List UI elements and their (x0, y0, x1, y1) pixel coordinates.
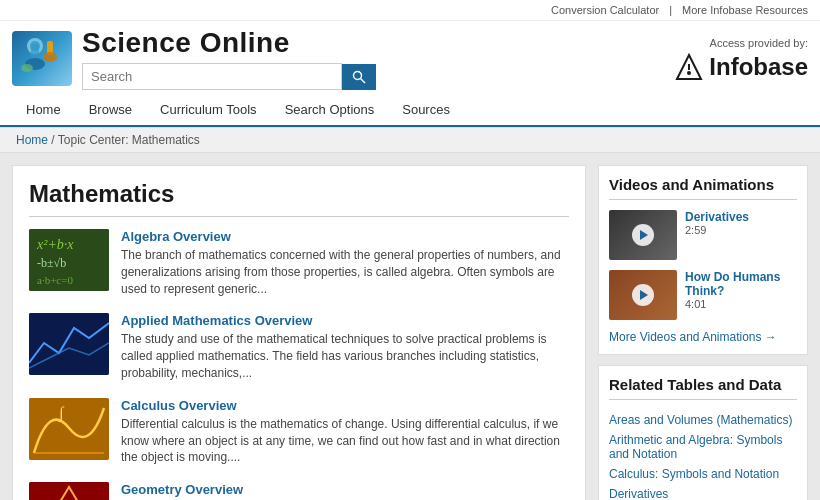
related-link[interactable]: Derivatives (609, 484, 797, 500)
list-item: How Do Humans Think? 4:01 (609, 270, 797, 320)
video-thumbnail[interactable] (609, 210, 677, 260)
article-thumbnail (29, 482, 109, 500)
related-panel: Related Tables and Data Areas and Volume… (598, 365, 808, 500)
svg-rect-20 (29, 482, 109, 500)
videos-panel-title: Videos and Animations (609, 176, 797, 200)
list-item: Derivatives 2:59 (609, 210, 797, 260)
svg-point-10 (687, 71, 691, 75)
related-link[interactable]: Areas and Volumes (Mathematics) (609, 410, 797, 430)
article-thumbnail: x²+b·x -b±√b a·b+c=0 (29, 229, 109, 291)
article-title[interactable]: Calculus Overview (121, 398, 237, 413)
related-link[interactable]: Arithmetic and Algebra: Symbols and Nota… (609, 430, 797, 464)
separator: | (669, 4, 672, 16)
list-item: ∫ Calculus Overview Differential calculu… (29, 398, 569, 466)
video-duration: 4:01 (685, 298, 797, 310)
svg-point-5 (43, 52, 57, 62)
video-thumbnail[interactable] (609, 270, 677, 320)
nav-home[interactable]: Home (12, 94, 75, 125)
video-title[interactable]: How Do Humans Think? (685, 270, 797, 298)
article-thumbnail (29, 313, 109, 375)
site-title: Science Online (82, 27, 376, 59)
svg-text:x²+b·x: x²+b·x (36, 237, 74, 252)
related-links-list: Areas and Volumes (Mathematics)Arithmeti… (609, 410, 797, 500)
list-item: x²+b·x -b±√b a·b+c=0 Algebra Overview Th… (29, 229, 569, 297)
list-item: Geometry Overview Geometry is prized bot… (29, 482, 569, 500)
play-button[interactable] (632, 284, 654, 306)
breadcrumb: Home / Topic Center: Mathematics (0, 128, 820, 153)
article-description: Differential calculus is the mathematics… (121, 416, 569, 466)
svg-text:a·b+c=0: a·b+c=0 (37, 274, 73, 286)
search-icon (352, 70, 366, 84)
videos-list: Derivatives 2:59 How Do Humans Think? 4:… (609, 210, 797, 320)
article-text: Applied Mathematics Overview The study a… (121, 313, 569, 381)
main-nav: Home Browse Curriculum Tools Search Opti… (0, 94, 820, 127)
article-thumbnail: ∫ (29, 398, 109, 460)
access-provided-label: Access provided by: (710, 37, 808, 49)
article-description: The branch of mathematics concerned with… (121, 247, 569, 297)
svg-point-6 (21, 64, 33, 72)
search-button[interactable] (342, 64, 376, 90)
nav-sources[interactable]: Sources (388, 94, 464, 125)
article-text: Geometry Overview Geometry is prized bot… (121, 482, 569, 500)
infobase-logo-text: Infobase (709, 53, 808, 81)
nav-search-options[interactable]: Search Options (271, 94, 389, 125)
page-title: Mathematics (29, 180, 569, 217)
article-text: Calculus Overview Differential calculus … (121, 398, 569, 466)
search-input[interactable] (82, 63, 342, 90)
more-infobase-link[interactable]: More Infobase Resources (682, 4, 808, 16)
site-logo-icon (12, 31, 72, 86)
more-videos-link[interactable]: More Videos and Animations → (609, 330, 797, 344)
video-duration: 2:59 (685, 224, 797, 236)
video-info: Derivatives 2:59 (685, 210, 797, 236)
svg-line-8 (361, 78, 366, 83)
related-panel-title: Related Tables and Data (609, 376, 797, 400)
related-link[interactable]: Calculus: Symbols and Notation (609, 464, 797, 484)
svg-text:-b±√b: -b±√b (37, 256, 66, 270)
nav-browse[interactable]: Browse (75, 94, 146, 125)
video-info: How Do Humans Think? 4:01 (685, 270, 797, 310)
conversion-calculator-link[interactable]: Conversion Calculator (551, 4, 659, 16)
video-title[interactable]: Derivatives (685, 210, 797, 224)
play-button[interactable] (632, 224, 654, 246)
infobase-logo-icon (675, 53, 703, 81)
list-item: Applied Mathematics Overview The study a… (29, 313, 569, 381)
breadcrumb-home[interactable]: Home (16, 133, 48, 147)
videos-panel: Videos and Animations Derivatives 2:59 H… (598, 165, 808, 355)
articles-list: x²+b·x -b±√b a·b+c=0 Algebra Overview Th… (29, 229, 569, 500)
article-text: Algebra Overview The branch of mathemati… (121, 229, 569, 297)
nav-curriculum-tools[interactable]: Curriculum Tools (146, 94, 271, 125)
svg-rect-16 (29, 313, 109, 375)
article-title[interactable]: Geometry Overview (121, 482, 243, 497)
article-title[interactable]: Applied Mathematics Overview (121, 313, 312, 328)
breadcrumb-current: Topic Center: Mathematics (58, 133, 200, 147)
article-description: The study and use of the mathematical te… (121, 331, 569, 381)
article-title[interactable]: Algebra Overview (121, 229, 231, 244)
svg-point-7 (354, 71, 362, 79)
